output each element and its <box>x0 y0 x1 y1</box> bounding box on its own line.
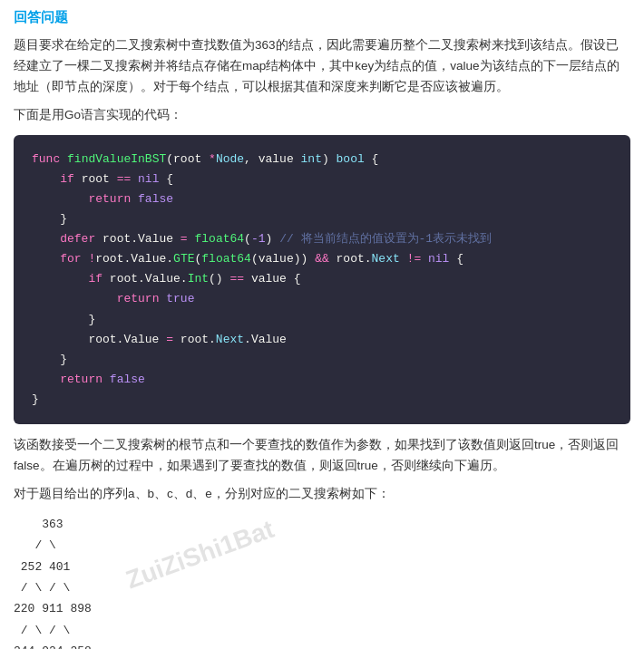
description-1: 题目要求在给定的二叉搜索树中查找数值为363的结点，因此需要遍历整个二叉搜索树来… <box>14 35 630 98</box>
summary-text: 该函数接受一个二叉搜索树的根节点和一个要查找的数值作为参数，如果找到了该数值则返… <box>14 435 630 477</box>
page-container: 回答问题 题目要求在给定的二叉搜索树中查找数值为363的结点，因此需要遍历整个二… <box>14 9 630 649</box>
page-title: 回答问题 <box>14 9 630 26</box>
tree-container: ZuiZiShi1Bat 363 / \ 252 401 / \ / \ 220… <box>14 514 92 649</box>
tree-row-7: 244 924 258 <box>14 641 92 649</box>
code-intro: 下面是用Go语言实现的代码： <box>14 105 630 126</box>
tree-row-1: 363 <box>14 514 92 535</box>
tree-row-6: / \ / \ <box>14 620 92 641</box>
code-block: func findValueInBST(root *Node, value in… <box>14 135 630 424</box>
watermark: ZuiZiShi1Bat <box>120 507 281 603</box>
tree-row-3: 252 401 <box>14 557 92 577</box>
tree-row-2: / \ <box>14 535 92 556</box>
tree-row-5: 220 911 898 <box>14 598 92 619</box>
tree-row-4: / \ / \ <box>14 577 92 598</box>
section-label: 对于题目给出的序列a、b、c、d、e，分别对应的二叉搜索树如下： <box>14 484 630 505</box>
tree-section: ZuiZiShi1Bat 363 / \ 252 401 / \ / \ 220… <box>14 514 630 649</box>
